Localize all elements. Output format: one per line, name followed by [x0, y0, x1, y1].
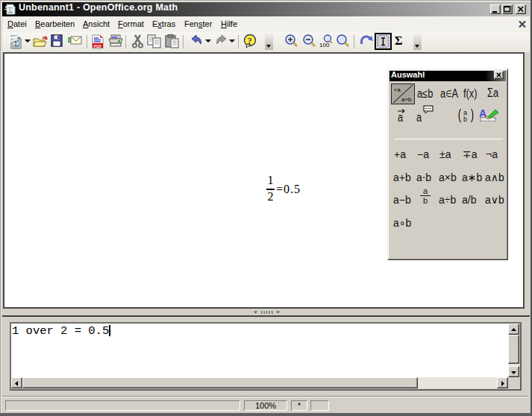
svg-text:100: 100: [319, 42, 330, 48]
svg-text:b: b: [463, 116, 467, 123]
svg-text:?: ?: [248, 36, 252, 46]
svg-text:a+b: a+b: [401, 96, 412, 103]
svg-text:Σ: Σ: [8, 6, 13, 14]
svg-text:+a: +a: [394, 86, 401, 93]
svg-text:PDF: PDF: [94, 44, 103, 48]
